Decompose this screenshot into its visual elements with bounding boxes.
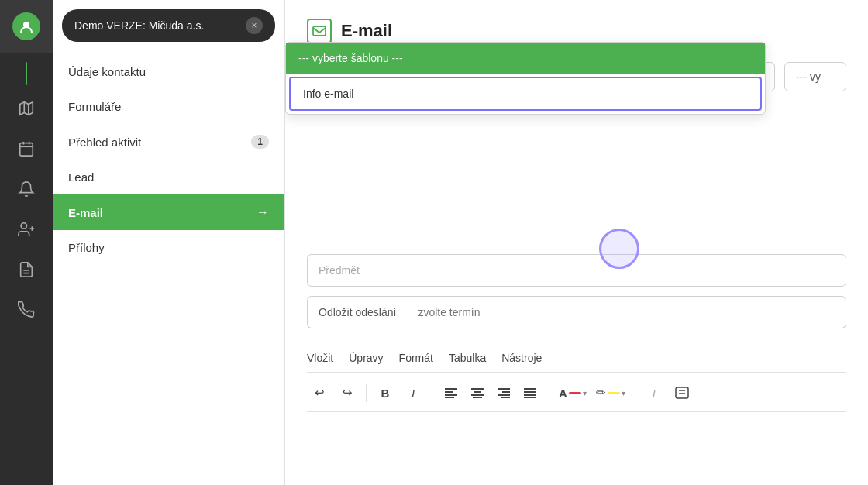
nav-item-lead-label: Lead (68, 170, 94, 184)
toolbar-edit[interactable]: Úpravy (349, 352, 383, 364)
nav-item-lead[interactable]: Lead (53, 160, 284, 194)
dropdown-item-default[interactable]: --- vyberte šablonu --- (286, 43, 765, 74)
toolbar-tools[interactable]: Nástroje (501, 352, 542, 364)
secondary-dropdown-label: --- vy (796, 71, 821, 83)
italic2-button[interactable]: I (642, 380, 666, 405)
demo-badge: Demo VERZE: Mičuda a.s. × (62, 9, 275, 42)
demo-badge-close-button[interactable]: × (246, 17, 263, 34)
nav-item-attachments-label: Přílohy (68, 241, 105, 254)
nav-item-activity-label: Přehled aktivit (68, 136, 141, 149)
email-icon (307, 19, 332, 43)
nav-item-contact-info[interactable]: Údaje kontaktu (53, 54, 284, 89)
nav-sidebar: Demo VERZE: Mičuda a.s. × Údaje kontaktu… (53, 0, 285, 485)
align-center-button[interactable] (465, 380, 490, 405)
schedule-input[interactable] (407, 296, 846, 328)
nav-item-forms[interactable]: Formuláře (53, 89, 284, 124)
fmt-separator-4 (635, 384, 636, 402)
schedule-label: Odložit odeslání (307, 296, 407, 328)
schedule-row: Odložit odeslání (307, 296, 846, 328)
toolbar-format[interactable]: Formát (399, 352, 433, 364)
page-title: E-mail (341, 21, 392, 41)
subject-field-container (307, 254, 846, 287)
app-logo-icon (12, 12, 40, 40)
nav-item-activity[interactable]: Přehled aktivit 1 (53, 124, 284, 160)
align-left-button[interactable] (439, 380, 463, 405)
nav-item-email[interactable]: E-mail → (53, 194, 284, 230)
template-dropdown-overlay: --- vyberte šablonu --- Info e-mail (285, 42, 766, 115)
toolbar-insert[interactable]: Vložit (307, 352, 333, 364)
secondary-dropdown[interactable]: --- vy (784, 62, 846, 91)
fmt-separator-1 (366, 384, 367, 402)
italic-button[interactable]: I (401, 380, 425, 405)
demo-badge-text: Demo VERZE: Mičuda a.s. (74, 19, 204, 32)
activity-badge: 1 (251, 135, 269, 149)
subject-input[interactable] (307, 254, 846, 287)
nav-icon-bell[interactable] (9, 172, 43, 206)
svg-rect-29 (676, 387, 688, 398)
bold-button[interactable]: B (373, 380, 398, 405)
nav-icon-calendar[interactable] (9, 132, 43, 166)
align-right-button[interactable] (491, 380, 516, 405)
format-bar: ↩ ↪ B I A ▾ ✏ ▾ (307, 373, 846, 412)
svg-rect-3 (20, 143, 33, 157)
icon-sidebar (0, 0, 53, 485)
align-justify-button[interactable] (518, 380, 542, 405)
redo-button[interactable]: ↪ (335, 380, 360, 405)
nav-item-contact-info-label: Údaje kontaktu (68, 65, 146, 78)
align-group (439, 380, 542, 405)
sidebar-divider (26, 62, 27, 85)
app-logo-area (0, 0, 53, 53)
fmt-separator-3 (549, 384, 549, 402)
nav-icon-person-add[interactable] (9, 212, 43, 246)
nav-icon-phone[interactable] (9, 293, 43, 327)
nav-item-email-label: E-mail (68, 206, 103, 219)
special-button[interactable] (670, 380, 694, 405)
nav-icon-map[interactable] (9, 91, 43, 126)
nav-icon-document[interactable] (9, 253, 43, 287)
fmt-separator-2 (432, 384, 432, 402)
nav-item-forms-label: Formuláře (68, 100, 121, 113)
main-content: E-mail --- vyberte šablonu ---Info e-mai… (285, 0, 868, 485)
highlight-color-button[interactable]: ✏ ▾ (593, 386, 629, 400)
toolbar-table[interactable]: Tabulka (449, 352, 486, 364)
nav-item-attachments[interactable]: Přílohy (53, 230, 284, 265)
font-color-button[interactable]: A ▾ (556, 387, 590, 400)
undo-button[interactable]: ↩ (307, 380, 332, 405)
svg-rect-12 (313, 26, 326, 36)
page-header: E-mail (307, 19, 846, 43)
svg-point-7 (21, 223, 26, 229)
nav-item-email-arrow: → (257, 205, 269, 219)
editor-toolbar: Vložit Úpravy Formát Tabulka Nástroje (307, 341, 846, 373)
dropdown-item-info[interactable]: Info e-mail (289, 77, 762, 111)
